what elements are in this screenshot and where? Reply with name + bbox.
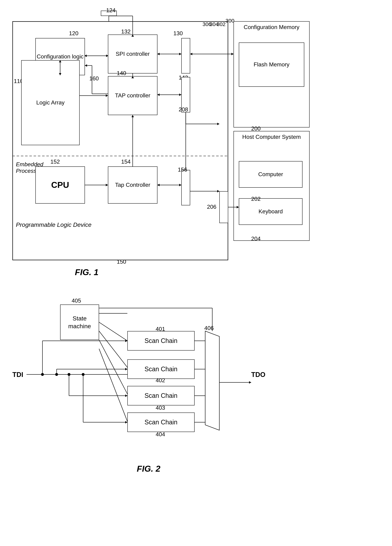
- svg-marker-11: [179, 93, 181, 96]
- svg-marker-54: [125, 368, 127, 370]
- svg-marker-20: [132, 76, 134, 78]
- fig2-caption: FIG. 2: [7, 464, 290, 474]
- svg-line-45: [99, 340, 127, 394]
- svg-marker-9: [158, 53, 159, 55]
- svg-marker-5: [59, 60, 61, 62]
- svg-marker-2: [106, 55, 108, 57]
- fig1-caption: FIG. 1: [7, 267, 166, 277]
- svg-marker-71: [249, 381, 251, 384]
- svg-line-46: [99, 349, 127, 421]
- fig1-connections: [7, 7, 317, 262]
- svg-marker-27: [217, 123, 219, 125]
- svg-marker-32: [106, 184, 108, 186]
- svg-line-43: [99, 322, 127, 341]
- svg-marker-22: [231, 53, 234, 55]
- svg-marker-12: [158, 93, 159, 96]
- fig1-area: 124 Programmable Logic Device EmbeddedPr…: [7, 7, 386, 283]
- svg-line-44: [99, 331, 127, 367]
- svg-marker-36: [217, 190, 219, 192]
- svg-marker-30: [158, 184, 159, 186]
- svg-marker-38: [237, 206, 239, 208]
- svg-marker-34: [132, 115, 134, 117]
- svg-marker-6: [59, 73, 61, 75]
- svg-marker-29: [179, 184, 181, 186]
- svg-marker-58: [125, 394, 127, 397]
- page: 124 Programmable Logic Device EmbeddedPr…: [0, 0, 392, 546]
- fig2-area: State machine 405 Scan Chain 401 Scan Ch…: [7, 290, 386, 538]
- svg-marker-16: [85, 64, 87, 67]
- svg-marker-41: [132, 34, 134, 37]
- svg-marker-18: [106, 94, 108, 97]
- svg-marker-62: [125, 421, 127, 423]
- svg-marker-8: [179, 53, 181, 55]
- svg-marker-23: [190, 53, 192, 55]
- fig2-connections: [7, 290, 290, 467]
- svg-marker-3: [85, 55, 87, 57]
- ref-150: 150: [117, 259, 126, 265]
- svg-marker-69: [205, 331, 219, 430]
